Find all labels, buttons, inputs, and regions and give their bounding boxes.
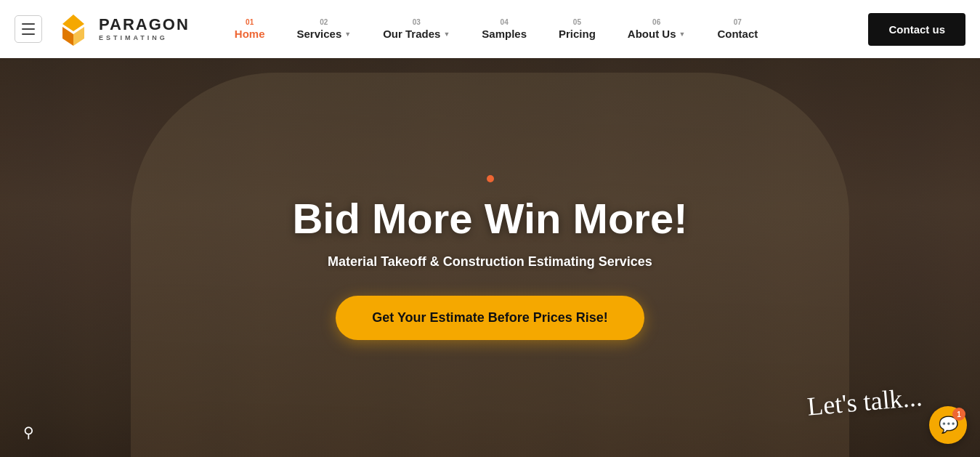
nav-item-pricing[interactable]: 05 Pricing [543, 18, 612, 40]
hero-section: Bid More Win More! Material Takeoff & Co… [0, 0, 980, 457]
nav-num-services: 02 [320, 18, 328, 26]
hero-cta-button[interactable]: Get Your Estimate Before Prices Rise! [336, 296, 644, 340]
nav-num-home: 01 [246, 18, 254, 26]
nav-num-pricing: 05 [573, 18, 581, 26]
svg-marker-0 [62, 15, 84, 31]
hamburger-menu-button[interactable] [15, 15, 42, 43]
logo-icon [55, 11, 92, 47]
nav-item-our-trades[interactable]: 03 Our Trades ▼ [367, 18, 466, 40]
nav-label-samples: Samples [482, 28, 527, 40]
hamburger-line-3 [22, 33, 35, 35]
nav-label-contact: Contact [717, 28, 758, 40]
chevron-about-us: ▼ [679, 31, 686, 38]
nav-num-about-us: 06 [652, 18, 660, 26]
nav-menu: 01 Home 02 Services ▼ 03 Our Trades ▼ 04… [219, 18, 869, 40]
nav-num-our-trades: 03 [413, 18, 421, 26]
chevron-services: ▼ [344, 31, 351, 38]
nav-label-services: Services ▼ [297, 28, 352, 40]
hamburger-line-2 [22, 28, 35, 30]
nav-cta-button[interactable]: Contact us [868, 13, 965, 46]
search-icon[interactable]: ⚲ [23, 424, 34, 441]
nav-label-about-us: About Us ▼ [628, 28, 686, 40]
hamburger-line-1 [22, 23, 35, 25]
nav-item-home[interactable]: 01 Home [219, 18, 281, 40]
logo-text: PARAGON ESTIMATING [99, 17, 190, 41]
nav-num-samples: 04 [501, 18, 509, 26]
nav-label-our-trades: Our Trades ▼ [383, 28, 450, 40]
brand-name: PARAGON [99, 17, 190, 33]
hero-dot-accent [487, 175, 494, 182]
hero-title: Bid More Win More! [292, 195, 687, 242]
nav-item-about-us[interactable]: 06 About Us ▼ [612, 18, 702, 40]
nav-item-contact[interactable]: 07 Contact [701, 18, 774, 40]
hero-content: Bid More Win More! Material Takeoff & Co… [0, 0, 980, 457]
chat-button[interactable]: 💬 1 [929, 406, 967, 444]
nav-item-services[interactable]: 02 Services ▼ [281, 18, 368, 40]
nav-item-samples[interactable]: 04 Samples [466, 18, 543, 40]
nav-num-contact: 07 [734, 18, 742, 26]
logo-link[interactable]: PARAGON ESTIMATING [55, 11, 190, 47]
hero-subtitle: Material Takeoff & Construction Estimati… [328, 254, 652, 270]
nav-label-pricing: Pricing [559, 28, 596, 40]
nav-label-home: Home [235, 28, 265, 40]
chevron-our-trades: ▼ [443, 31, 450, 38]
navigation: PARAGON ESTIMATING 01 Home 02 Services ▼… [0, 0, 980, 58]
chat-badge: 1 [952, 408, 965, 421]
brand-sub: ESTIMATING [99, 34, 190, 41]
